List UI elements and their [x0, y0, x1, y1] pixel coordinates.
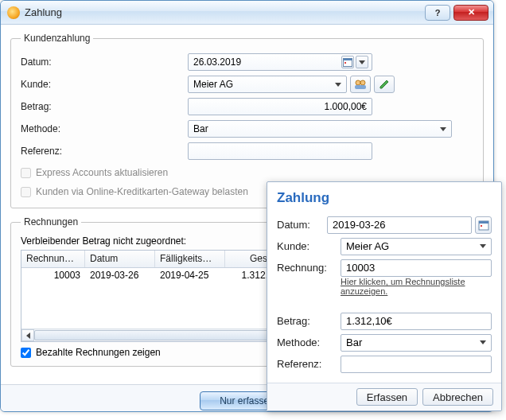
chevron-down-icon [335, 83, 341, 87]
chk-gateway-label: Kunden via Online-Kreditkarten-Gateway b… [36, 186, 248, 197]
datum-field[interactable]: 26.03.2019 [188, 53, 372, 71]
chk-express[interactable]: Express Accounts aktualisieren [21, 165, 473, 181]
svg-rect-1 [344, 59, 352, 61]
svg-rect-8 [481, 225, 482, 227]
svg-rect-5 [355, 85, 366, 89]
lookup-customer-button[interactable] [350, 76, 371, 93]
chevron-down-icon [440, 127, 446, 131]
app-icon [7, 6, 20, 19]
chk-express-label: Express Accounts aktualisieren [36, 167, 168, 178]
svg-rect-7 [479, 221, 488, 224]
edit-customer-button[interactable] [374, 76, 395, 93]
calendar-icon [478, 220, 489, 231]
payment-overlay: Zahlung Datum: Kunde: Meier AG Rechnung:… [267, 181, 502, 411]
ov-abbrechen-button[interactable]: Abbrechen [422, 388, 493, 406]
group-kundenzahlung-legend: Kundenzahlung [21, 33, 93, 44]
ov-methode-select[interactable]: Bar [341, 334, 492, 352]
col-due[interactable]: Fälligkeits… [155, 251, 225, 267]
col-invoice[interactable]: Rechnun… [21, 251, 85, 267]
help-button[interactable]: ? [425, 5, 450, 21]
svg-point-4 [360, 80, 365, 85]
ov-calendar-button[interactable] [475, 216, 492, 234]
ov-betrag-label: Betrag: [277, 315, 341, 327]
ov-methode-label: Methode: [277, 336, 341, 348]
chk-express-box [21, 168, 31, 178]
titlebar: Zahlung ? ✕ [1, 1, 493, 25]
scroll-left-icon[interactable] [21, 329, 34, 341]
close-button[interactable]: ✕ [453, 5, 488, 21]
chk-show-paid-label: Bezahlte Rechnungen zeigen [36, 347, 161, 358]
betrag-label: Betrag: [21, 101, 188, 112]
svg-rect-2 [344, 62, 346, 64]
calendar-icon[interactable] [341, 56, 354, 68]
ov-kunde-label: Kunde: [277, 240, 341, 252]
svg-point-3 [356, 80, 360, 85]
kunde-select[interactable]: Meier AG [188, 76, 347, 93]
ov-rechnung-hint-link[interactable]: Hier klicken, um Rechnungsliste anzuzeig… [341, 277, 492, 296]
datum-label: Datum: [21, 56, 188, 68]
chk-gateway-box [21, 187, 31, 197]
cell-invoice: 10003 [21, 270, 85, 282]
ov-rechnung-label: Rechnung: [277, 262, 341, 274]
cell-due: 2019-04-25 [155, 270, 225, 282]
ov-erfassen-button[interactable]: Erfassen [356, 388, 418, 406]
help-icon: ? [435, 8, 441, 18]
kunde-value: Meier AG [193, 79, 335, 90]
referenz-input[interactable] [188, 142, 372, 160]
ov-methode-value: Bar [346, 336, 480, 348]
col-date[interactable]: Datum [85, 251, 155, 267]
people-icon [354, 79, 367, 90]
ov-referenz-input[interactable] [341, 356, 492, 373]
group-rechnungen-legend: Rechnungen [21, 216, 81, 228]
cell-date: 2019-03-26 [85, 270, 155, 282]
ov-betrag-input[interactable] [341, 313, 492, 330]
methode-select[interactable]: Bar [188, 120, 452, 138]
date-dropdown-icon[interactable] [356, 56, 368, 68]
window-title: Zahlung [25, 6, 425, 18]
ov-datum-input[interactable] [327, 216, 472, 234]
chevron-down-icon [480, 340, 486, 344]
betrag-input[interactable] [188, 98, 372, 115]
chk-show-paid-box[interactable] [21, 348, 31, 358]
overlay-footer: Erfassen Abbrechen [267, 383, 501, 410]
pencil-icon [379, 79, 390, 90]
ov-referenz-label: Referenz: [277, 358, 341, 370]
ov-rechnung-input[interactable] [341, 259, 492, 277]
datum-value: 26.03.2019 [193, 56, 340, 68]
ov-kunde-value: Meier AG [346, 240, 480, 252]
methode-value: Bar [193, 123, 440, 134]
ov-kunde-select[interactable]: Meier AG [341, 238, 492, 255]
close-icon: ✕ [468, 7, 475, 18]
methode-label: Methode: [21, 123, 188, 134]
kunde-label: Kunde: [21, 79, 188, 90]
referenz-label: Referenz: [21, 146, 188, 157]
chevron-down-icon [480, 244, 486, 248]
scroll-thumb[interactable] [34, 330, 268, 340]
overlay-title: Zahlung [277, 190, 492, 206]
ov-datum-label: Datum: [277, 219, 327, 231]
